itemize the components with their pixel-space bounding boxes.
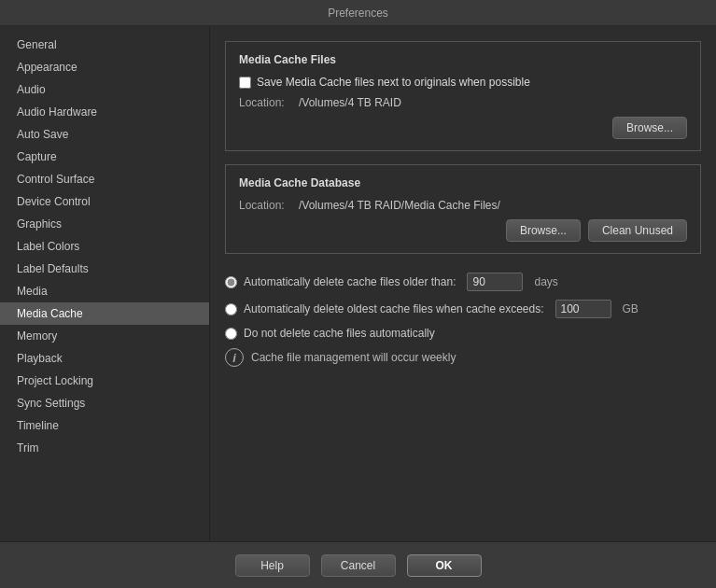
- info-icon: i: [225, 348, 244, 367]
- sidebar-item-device-control[interactable]: Device Control: [0, 190, 209, 213]
- save-cache-checkbox[interactable]: [239, 77, 251, 89]
- help-button[interactable]: Help: [235, 554, 310, 577]
- auto-delete-exceeds-radio[interactable]: [225, 303, 237, 315]
- sidebar-item-graphics[interactable]: Graphics: [0, 213, 209, 235]
- sidebar-item-timeline[interactable]: Timeline: [0, 414, 209, 437]
- sidebar-item-media[interactable]: Media: [0, 280, 209, 302]
- cache-db-location-label: Location:: [239, 199, 295, 212]
- cache-db-location-value: /Volumes/4 TB RAID/Media Cache Files/: [299, 199, 500, 212]
- window-title: Preferences: [328, 7, 388, 20]
- media-cache-files-section: Media Cache Files Save Media Cache files…: [225, 41, 701, 151]
- auto-delete-exceeds-value[interactable]: [555, 300, 611, 318]
- sidebar-item-label-colors[interactable]: Label Colors: [0, 235, 209, 258]
- sidebar: GeneralAppearanceAudioAudio HardwareAuto…: [0, 26, 210, 541]
- cache-db-browse-button[interactable]: Browse...: [506, 219, 581, 242]
- auto-delete-older-value[interactable]: [467, 273, 523, 291]
- auto-delete-exceeds-row: Automatically delete oldest cache files …: [225, 300, 701, 318]
- cache-files-location-value: /Volumes/4 TB RAID: [299, 96, 401, 109]
- media-cache-database-section: Media Cache Database Location: /Volumes/…: [225, 164, 701, 254]
- auto-delete-exceeds-label: Automatically delete oldest cache files …: [244, 302, 544, 315]
- media-cache-files-title: Media Cache Files: [239, 53, 687, 66]
- no-auto-delete-radio[interactable]: [225, 328, 237, 340]
- ok-button[interactable]: OK: [407, 554, 482, 577]
- cache-files-location-label: Location:: [239, 96, 295, 109]
- sidebar-item-audio-hardware[interactable]: Audio Hardware: [0, 101, 209, 123]
- clean-unused-button[interactable]: Clean Unused: [588, 219, 687, 242]
- sidebar-item-audio[interactable]: Audio: [0, 78, 209, 101]
- auto-delete-older-row: Automatically delete cache files older t…: [225, 273, 701, 291]
- save-cache-label: Save Media Cache files next to originals…: [257, 76, 530, 89]
- info-text: Cache file management will occur weekly: [251, 351, 456, 364]
- save-cache-row: Save Media Cache files next to originals…: [239, 76, 687, 89]
- sidebar-item-label-defaults[interactable]: Label Defaults: [0, 258, 209, 280]
- sidebar-item-sync-settings[interactable]: Sync Settings: [0, 392, 209, 414]
- no-auto-delete-row: Do not delete cache files automatically: [225, 327, 701, 340]
- auto-delete-exceeds-unit: GB: [623, 302, 639, 315]
- sidebar-item-control-surface[interactable]: Control Surface: [0, 168, 209, 190]
- media-cache-database-title: Media Cache Database: [239, 176, 687, 189]
- sidebar-item-memory[interactable]: Memory: [0, 325, 209, 347]
- cache-db-location-row: Location: /Volumes/4 TB RAID/Media Cache…: [239, 199, 687, 212]
- sidebar-item-general[interactable]: General: [0, 34, 209, 56]
- info-row: i Cache file management will occur weekl…: [225, 348, 701, 367]
- sidebar-item-project-locking[interactable]: Project Locking: [0, 370, 209, 392]
- cancel-button[interactable]: Cancel: [321, 554, 396, 577]
- sidebar-item-trim[interactable]: Trim: [0, 437, 209, 459]
- auto-delete-older-radio[interactable]: [225, 276, 237, 288]
- sidebar-item-capture[interactable]: Capture: [0, 146, 209, 168]
- main-panel: Media Cache Files Save Media Cache files…: [210, 26, 716, 541]
- sidebar-item-playback[interactable]: Playback: [0, 347, 209, 370]
- sidebar-item-media-cache[interactable]: Media Cache: [0, 302, 209, 325]
- auto-delete-older-unit: days: [534, 275, 557, 288]
- footer: Help Cancel OK: [0, 541, 716, 588]
- no-auto-delete-label: Do not delete cache files automatically: [244, 327, 435, 340]
- auto-delete-older-label: Automatically delete cache files older t…: [244, 275, 456, 288]
- sidebar-item-appearance[interactable]: Appearance: [0, 56, 209, 78]
- cache-files-location-row: Location: /Volumes/4 TB RAID: [239, 96, 687, 109]
- auto-delete-section: Automatically delete cache files older t…: [225, 267, 701, 372]
- cache-files-browse-button[interactable]: Browse...: [612, 117, 687, 139]
- sidebar-item-auto-save[interactable]: Auto Save: [0, 123, 209, 146]
